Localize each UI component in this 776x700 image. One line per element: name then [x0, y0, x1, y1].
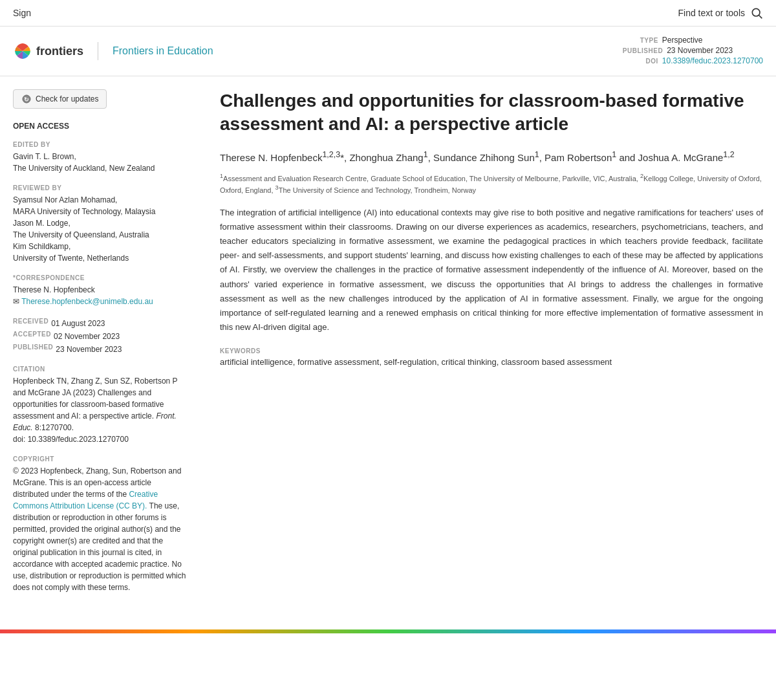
correspondence-name: Therese N. Hopfenbeck	[13, 284, 188, 296]
sidebar-published-label: PUBLISHED	[13, 344, 53, 353]
doi-value: 10.3389/feduc.2023.1270700	[662, 56, 763, 65]
accepted-label: ACCEPTED	[13, 331, 51, 340]
reviewer-3-affiliation: University of Twente, Netherlands	[13, 252, 188, 264]
article-main: Challenges and opportunities for classro…	[207, 89, 763, 604]
logo-text: frontiers	[36, 45, 83, 58]
search-icon[interactable]	[750, 6, 763, 19]
citation-text: Hopfenbeck TN, Zhang Z, Sun SZ, Robertso…	[13, 375, 188, 445]
article-meta: TYPE Perspective PUBLISHED 23 November 2…	[623, 36, 763, 67]
main-content: ↻ Check for updates OPEN ACCESS EDITED B…	[0, 76, 776, 617]
article-affiliations: 1Assessment and Evaluation Research Cent…	[220, 172, 763, 195]
edited-by-section: EDITED BY Gavin T. L. Brown, The Univers…	[13, 141, 188, 174]
sign-link[interactable]: Sign	[13, 8, 31, 18]
top-navigation: Sign Find text or tools	[0, 0, 776, 27]
keywords-value: artificial intelligence, formative asses…	[220, 357, 763, 367]
reviewer-1-name: Syamsul Nor Azlan Mohamad,	[13, 194, 188, 206]
correspondence-email-link[interactable]: Therese.hopfenbeck@unimelb.edu.au	[21, 297, 153, 306]
sidebar-published-value: 23 November 2023	[56, 344, 122, 355]
logo-section: frontiers Frontiers in Education	[13, 41, 213, 61]
frontiers-logo[interactable]: frontiers	[13, 41, 83, 61]
check-updates-button[interactable]: ↻ Check for updates	[13, 89, 107, 109]
keywords-section: KEYWORDS artificial intelligence, format…	[220, 347, 763, 367]
meta-type-row: TYPE Perspective	[623, 36, 763, 45]
copyright-section: COPYRIGHT © 2023 Hopfenbeck, Zhang, Sun,…	[13, 455, 188, 593]
correspondence-label: *CORRESPONDENCE	[13, 274, 188, 281]
reviewer-1-affiliation: MARA University of Technology, Malaysia	[13, 206, 188, 217]
received-value: 01 August 2023	[51, 318, 105, 329]
meta-published-row: PUBLISHED 23 November 2023	[623, 46, 763, 55]
reviewer-2-affiliation: The University of Queensland, Australia	[13, 229, 188, 241]
sidebar: ↻ Check for updates OPEN ACCESS EDITED B…	[13, 89, 207, 604]
citation-doi: doi: 10.3389/feduc.2023.1270700	[13, 435, 129, 444]
copyright-text-2: The use, distribution or reproduction in…	[13, 501, 186, 592]
author-4-sup: 1	[612, 150, 616, 159]
email-icon: ✉	[13, 297, 21, 306]
edited-by-label: EDITED BY	[13, 141, 188, 148]
author-1-sup: 1,2,3	[322, 150, 340, 159]
check-updates-label: Check for updates	[36, 94, 98, 104]
article-title: Challenges and opportunities for classro…	[220, 89, 763, 137]
nav-left: Sign	[13, 8, 31, 18]
journal-name: Frontiers in Education	[113, 45, 213, 57]
reviewer-2-name: Jason M. Lodge,	[13, 217, 188, 229]
received-label: RECEIVED	[13, 318, 48, 327]
correspondence-section: *CORRESPONDENCE Therese N. Hopfenbeck ✉ …	[13, 274, 188, 307]
logo-divider	[98, 42, 98, 60]
article-abstract: The integration of artificial intelligen…	[220, 206, 763, 334]
svg-text:↻: ↻	[24, 96, 29, 103]
page-header: frontiers Frontiers in Education TYPE Pe…	[0, 27, 776, 76]
doi-label: DOI	[623, 58, 658, 65]
reviewed-by-label: REVIEWED BY	[13, 184, 188, 191]
article-authors: Therese N. Hopfenbeck1,2,3*, Zhonghua Zh…	[220, 149, 763, 164]
copyright-text: © 2023 Hopfenbeck, Zhang, Sun, Robertson…	[13, 465, 188, 593]
svg-line-1	[759, 16, 762, 19]
svg-point-0	[752, 8, 760, 16]
type-label: TYPE	[623, 37, 658, 44]
find-text-label: Find text or tools	[678, 8, 746, 18]
edited-by-affiliation: The University of Auckland, New Zealand	[13, 162, 188, 174]
check-updates-icon: ↻	[21, 94, 32, 104]
reviewed-by-section: REVIEWED BY Syamsul Nor Azlan Mohamad, M…	[13, 184, 188, 264]
citation-section: CITATION Hopfenbeck TN, Zhang Z, Sun SZ,…	[13, 366, 188, 445]
published-value: 23 November 2023	[667, 46, 733, 55]
correspondence-email-container: ✉ Therese.hopfenbeck@unimelb.edu.au	[13, 296, 188, 307]
published-label: PUBLISHED	[623, 47, 663, 54]
author-2-sup: 1	[424, 150, 428, 159]
accepted-value: 02 November 2023	[54, 331, 120, 342]
bottom-color-bar	[0, 629, 776, 633]
nav-right: Find text or tools	[678, 6, 764, 19]
open-access-badge: OPEN ACCESS	[13, 122, 188, 131]
author-5-sup: 1,2	[723, 150, 734, 159]
keywords-label: KEYWORDS	[220, 347, 763, 355]
author-3-sup: 1	[535, 150, 539, 159]
type-value: Perspective	[662, 36, 703, 45]
dates-section: RECEIVED 01 August 2023 ACCEPTED 02 Nove…	[13, 318, 188, 355]
edited-by-name: Gavin T. L. Brown,	[13, 151, 188, 162]
copyright-label: COPYRIGHT	[13, 455, 188, 463]
citation-label: CITATION	[13, 366, 188, 373]
meta-doi-row: DOI 10.3389/feduc.2023.1270700	[623, 56, 763, 65]
frontiers-logo-icon	[13, 41, 32, 61]
reviewer-3-name: Kim Schildkamp,	[13, 241, 188, 252]
citation-vol: 8:1270700.	[35, 423, 74, 432]
